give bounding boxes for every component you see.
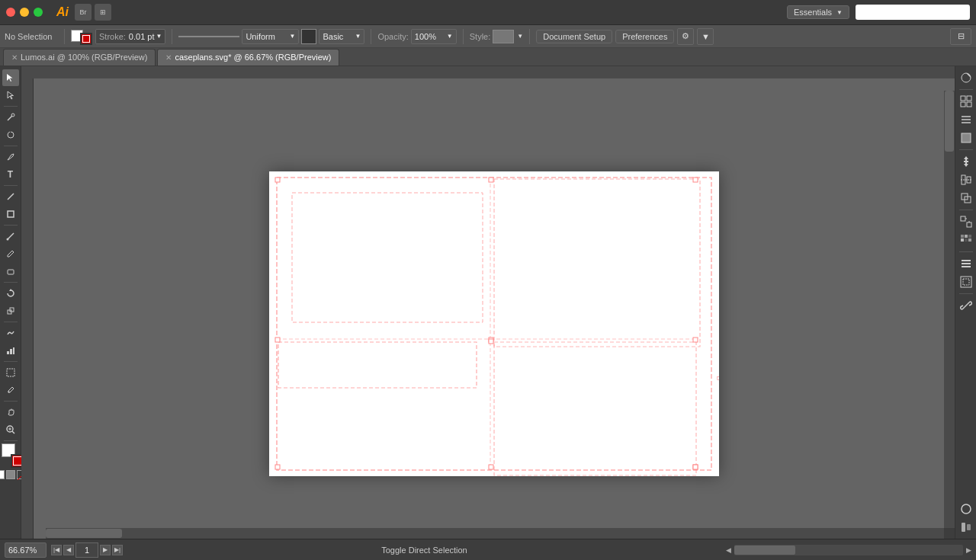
stroke-start-preview xyxy=(301,29,316,44)
bottom-scrollbar-thumb[interactable] xyxy=(734,546,795,555)
stroke-uniform-dropdown[interactable]: Uniform ▼ xyxy=(242,29,299,44)
scroll-arrow-right[interactable]: ▶ xyxy=(966,546,971,554)
minimize-button[interactable] xyxy=(20,8,29,17)
arrange-icon[interactable]: ⊞ xyxy=(95,4,111,21)
right-panel-sep-1 xyxy=(959,89,973,90)
circle-color-icon[interactable] xyxy=(958,501,974,517)
essentials-button[interactable]: Essentials ▼ xyxy=(787,5,849,19)
zoom-tool[interactable] xyxy=(2,421,19,438)
svg-rect-68 xyxy=(962,266,971,267)
layers-icon[interactable] xyxy=(958,255,974,272)
square-icon[interactable] xyxy=(958,130,974,146)
eraser-tool[interactable] xyxy=(2,263,19,280)
color-icon[interactable] xyxy=(958,69,974,86)
style-area: Style: ▼ xyxy=(470,30,523,43)
align-icon[interactable] xyxy=(958,171,974,188)
last-page-button[interactable]: ▶| xyxy=(112,545,123,555)
fill-stroke-indicator[interactable] xyxy=(71,28,92,45)
toolbar-separator-2 xyxy=(172,29,172,44)
gradient-button[interactable] xyxy=(6,470,15,479)
svg-rect-42 xyxy=(961,96,965,101)
arrange-view-button[interactable]: ⊟ xyxy=(950,28,971,45)
tab-lumos[interactable]: ✕ Lumos.ai @ 100% (RGB/Preview) xyxy=(3,49,156,66)
svg-line-71 xyxy=(965,304,968,307)
toolbar-separator-4 xyxy=(463,29,464,44)
magic-wand-tool[interactable] xyxy=(2,109,19,126)
links-icon[interactable] xyxy=(958,297,974,314)
rotate-tool[interactable] xyxy=(2,285,19,302)
svg-rect-29 xyxy=(489,178,493,182)
bridge-icon[interactable]: Br xyxy=(75,4,92,21)
basic-chevron-icon: ▼ xyxy=(355,33,361,40)
vertical-scrollbar-thumb[interactable] xyxy=(945,91,954,152)
grid-icon[interactable] xyxy=(958,93,974,110)
artboard-tool[interactable] xyxy=(2,364,19,381)
svg-point-72 xyxy=(962,504,971,514)
pen-tool[interactable] xyxy=(2,149,19,165)
selection-tool[interactable] xyxy=(2,69,19,86)
transform-icon[interactable] xyxy=(958,213,974,230)
page-number-input[interactable] xyxy=(75,542,98,558)
swatches-icon[interactable] xyxy=(958,232,974,248)
caseplans-svg xyxy=(269,171,719,476)
pathfinder-icon[interactable] xyxy=(958,190,974,206)
preferences-button[interactable]: Preferences xyxy=(615,30,674,43)
zoom-value[interactable]: 66.67% xyxy=(5,542,47,558)
style-dropdown[interactable]: ▼ xyxy=(493,30,523,43)
tab-lumos-close-icon[interactable]: ✕ xyxy=(11,53,18,62)
svg-rect-14 xyxy=(7,369,14,376)
maximize-button[interactable] xyxy=(34,8,43,17)
scroll-arrow-left[interactable]: ◀ xyxy=(726,546,731,554)
pencil-tool[interactable] xyxy=(2,245,19,262)
close-button[interactable] xyxy=(6,8,15,17)
arrange-icons-button[interactable]: ⚙ xyxy=(677,28,694,45)
paintbrush-tool[interactable] xyxy=(2,228,19,245)
svg-rect-40 xyxy=(718,377,719,380)
svg-rect-23 xyxy=(292,193,483,322)
normal-color-button[interactable] xyxy=(0,470,5,479)
column-graph-tool[interactable] xyxy=(2,342,19,359)
tab-caseplans-close-icon[interactable]: ✕ xyxy=(165,53,172,62)
horizontal-scrollbar-thumb[interactable] xyxy=(46,529,122,538)
stroke-value[interactable]: Stroke: 0.01 pt ▼ xyxy=(95,29,165,44)
first-page-button[interactable]: |◀ xyxy=(51,545,62,555)
tab-caseplans[interactable]: ✕ caseplans.svg* @ 66.67% (RGB/Preview) xyxy=(157,49,339,66)
tab-caseplans-label: caseplans.svg* @ 66.67% (RGB/Preview) xyxy=(175,53,331,62)
svg-rect-33 xyxy=(693,338,698,342)
hand-tool[interactable] xyxy=(2,404,19,421)
warp-tool[interactable] xyxy=(2,325,19,341)
canvas-content xyxy=(34,78,955,539)
eyedropper-tool[interactable] xyxy=(2,382,19,398)
svg-rect-69 xyxy=(961,277,971,287)
search-input[interactable] xyxy=(856,5,970,20)
artboards-icon[interactable] xyxy=(958,274,974,290)
left-toolbar: T xyxy=(0,66,21,539)
vertical-scrollbar[interactable] xyxy=(944,91,955,528)
svg-line-2 xyxy=(8,116,12,120)
horizontal-scrollbar[interactable] xyxy=(46,528,944,539)
more-options-button[interactable]: ▼ xyxy=(697,28,714,45)
opacity-dropdown[interactable]: 100% ▼ xyxy=(411,29,457,44)
svg-rect-66 xyxy=(962,260,971,261)
svg-rect-63 xyxy=(961,238,964,242)
scale-tool[interactable] xyxy=(2,302,19,319)
style-preview xyxy=(493,30,514,43)
traffic-lights xyxy=(6,8,43,17)
next-page-button[interactable]: ▶ xyxy=(100,545,111,555)
text-tool[interactable]: T xyxy=(2,166,19,183)
line-tool[interactable] xyxy=(2,188,19,205)
document-setup-button[interactable]: Document Setup xyxy=(536,30,612,43)
swatches2-icon[interactable] xyxy=(958,519,974,536)
rect-tool[interactable] xyxy=(2,206,19,222)
stroke-basic-dropdown[interactable]: Basic ▼ xyxy=(319,29,364,44)
bottom-scrollbar[interactable] xyxy=(734,545,963,555)
move-icon[interactable] xyxy=(958,153,974,170)
lasso-tool[interactable] xyxy=(2,126,19,143)
svg-rect-39 xyxy=(693,465,698,469)
prev-page-button[interactable]: ◀ xyxy=(63,545,74,555)
lines-icon[interactable] xyxy=(958,111,974,128)
svg-point-3 xyxy=(11,114,14,117)
svg-rect-70 xyxy=(963,279,969,285)
tab-lumos-label: Lumos.ai @ 100% (RGB/Preview) xyxy=(21,53,147,62)
direct-selection-tool[interactable] xyxy=(2,87,19,104)
